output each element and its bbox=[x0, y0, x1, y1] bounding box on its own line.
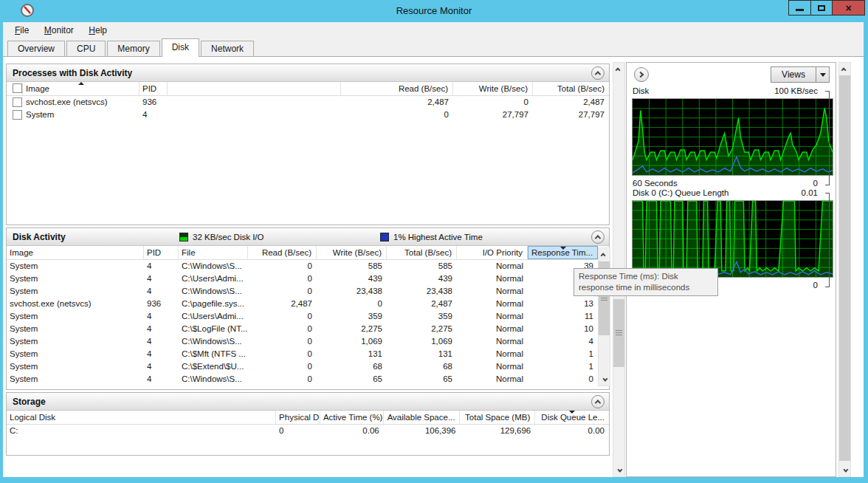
menu-file[interactable]: File bbox=[9, 22, 35, 38]
resource-monitor-window: Resource Monitor × File Monitor Help Ove… bbox=[0, 0, 868, 483]
tab-network[interactable]: Network bbox=[201, 41, 254, 56]
chevron-down-icon bbox=[820, 73, 826, 77]
scroll-up-button[interactable] bbox=[613, 63, 624, 75]
table-row[interactable]: C: 0 0.06 106,396 129,696 0.00 bbox=[7, 425, 609, 437]
table-row[interactable]: System4C:\Windows\S...06565Normal0 bbox=[7, 373, 609, 386]
scroll-down-button[interactable] bbox=[613, 465, 624, 476]
column-header-image[interactable]: Image bbox=[7, 246, 144, 259]
minimize-icon bbox=[796, 9, 804, 11]
scroll-up-button[interactable] bbox=[599, 248, 610, 260]
tab-strip: Overview CPU Memory Disk Network bbox=[3, 38, 864, 57]
chart-x-label: 60 Seconds bbox=[633, 179, 678, 188]
select-all-checkbox[interactable] bbox=[13, 83, 22, 93]
table-row[interactable]: System4C:\$LogFile (NT...02,2752,275Norm… bbox=[7, 323, 609, 335]
column-header-disk-queue[interactable]: Disk Queue Le... bbox=[535, 411, 609, 424]
chevron-up-icon bbox=[595, 235, 601, 241]
grip-icon bbox=[601, 298, 607, 298]
table-row[interactable]: System4C:\Users\Admi...0439439Normal bbox=[7, 273, 609, 285]
chevron-right-icon bbox=[638, 72, 644, 78]
table-row[interactable]: System4C:\Windows\S...023,43823,438Norma… bbox=[7, 285, 609, 298]
table-row[interactable]: System 4 0 27,797 27,797 bbox=[7, 109, 609, 121]
column-header-pid[interactable]: PID bbox=[144, 246, 179, 259]
views-dropdown-button[interactable] bbox=[816, 66, 830, 83]
scroll-down-button[interactable] bbox=[839, 465, 850, 476]
table-row[interactable]: System4C:\$Mft (NTFS ...0131131Normal1 bbox=[7, 348, 609, 360]
column-header-file[interactable]: File bbox=[179, 246, 248, 259]
menu-help[interactable]: Help bbox=[83, 22, 113, 38]
tab-overview[interactable]: Overview bbox=[7, 41, 65, 56]
views-button[interactable]: Views bbox=[771, 66, 830, 83]
scrollbar-thumb[interactable] bbox=[613, 299, 624, 367]
processes-panel: Processes with Disk Activity Image PID R… bbox=[6, 64, 610, 225]
column-header-available-space[interactable]: Available Space... bbox=[384, 411, 461, 424]
sort-descending-icon bbox=[560, 247, 566, 250]
close-button[interactable]: × bbox=[833, 0, 865, 16]
column-header-image[interactable]: Image bbox=[23, 82, 140, 95]
column-header-write[interactable]: Write (B/sec) bbox=[317, 246, 387, 259]
storage-panel: Storage Logical Disk Physical Disk Activ… bbox=[6, 392, 610, 456]
chart-scale-max: 0.01 bbox=[802, 188, 818, 197]
processes-table-header: Image PID Read (B/sec) Write (B/sec) Tot… bbox=[7, 82, 609, 96]
chart-title: Disk 0 (C:) Queue Length bbox=[633, 188, 728, 197]
processes-collapse-button[interactable] bbox=[591, 66, 604, 80]
titlebar: Resource Monitor × bbox=[0, 0, 868, 22]
disk-chart-labels: Disk 100 KB/sec bbox=[633, 86, 818, 98]
column-header-pid[interactable]: PID bbox=[140, 82, 168, 95]
column-header-io-priority[interactable]: I/O Priority bbox=[457, 246, 528, 259]
chart-scale-max: 100 KB/sec bbox=[774, 86, 818, 95]
disk-io-chart bbox=[632, 98, 833, 176]
storage-table-header: Logical Disk Physical Disk Active Time (… bbox=[7, 411, 609, 425]
column-header-logical-disk[interactable]: Logical Disk bbox=[7, 411, 276, 424]
table-row[interactable]: svchost.exe (netsvcs)936C:\pagefile.sys.… bbox=[7, 298, 609, 310]
scroll-up-button[interactable] bbox=[839, 63, 850, 75]
minimize-button[interactable] bbox=[788, 0, 810, 16]
table-row[interactable]: System4C:\Users\Admi...0359359Normal11 bbox=[7, 310, 609, 323]
menu-monitor[interactable]: Monitor bbox=[38, 22, 80, 38]
disk-queue-chart bbox=[632, 200, 833, 278]
sort-descending-icon bbox=[569, 411, 575, 414]
column-header-physical-disk[interactable]: Physical Disk bbox=[276, 411, 320, 424]
views-button-label[interactable]: Views bbox=[771, 66, 816, 83]
table-row[interactable]: System4C:\Windows\S...0585585Normal39 bbox=[7, 260, 609, 273]
table-row[interactable]: svchost.exe (netsvcs) 936 2,487 0 2,487 bbox=[7, 96, 609, 109]
table-row[interactable]: System4C:\$Extend\$U...06868Normal1 bbox=[7, 360, 609, 373]
queue-chart-labels: Disk 0 (C:) Queue Length 0.01 bbox=[633, 188, 818, 200]
expand-panel-button[interactable] bbox=[634, 67, 649, 82]
disk-activity-panel-header: Disk Activity 32 KB/sec Disk I/O 1% High… bbox=[7, 228, 609, 246]
column-header-read[interactable]: Read (B/sec) bbox=[341, 82, 453, 95]
maximize-button[interactable] bbox=[810, 0, 833, 16]
response-time-tooltip: Response Time (ms): Disk response time i… bbox=[574, 268, 718, 296]
column-header-total-space[interactable]: Total Space (MB) bbox=[460, 411, 535, 424]
disk-activity-collapse-button[interactable] bbox=[591, 230, 604, 244]
column-header-response-time[interactable]: Response Tim... bbox=[528, 246, 598, 259]
tab-cpu[interactable]: CPU bbox=[66, 41, 106, 56]
column-header-read[interactable]: Read (B/sec) bbox=[248, 246, 317, 259]
disk-activity-panel: Disk Activity 32 KB/sec Disk I/O 1% High… bbox=[6, 227, 610, 390]
column-header-total[interactable]: Total (B/sec) bbox=[533, 82, 609, 95]
table-row[interactable]: System4C:\Windows\S...01,0691,069Normal4 bbox=[7, 335, 609, 348]
select-all-column[interactable] bbox=[7, 82, 23, 95]
chevron-up-icon bbox=[595, 400, 601, 405]
storage-collapse-button[interactable] bbox=[591, 395, 604, 408]
column-header-total[interactable]: Total (B/sec) bbox=[387, 246, 457, 259]
tab-memory[interactable]: Memory bbox=[107, 41, 159, 56]
column-header-active-time[interactable]: Active Time (%) bbox=[320, 411, 384, 424]
maximize-icon bbox=[818, 5, 825, 11]
chevron-down-icon bbox=[602, 376, 607, 381]
processes-panel-header: Processes with Disk Activity bbox=[7, 64, 609, 82]
scrollbar-thumb[interactable] bbox=[839, 75, 850, 461]
row-checkbox[interactable] bbox=[13, 110, 22, 120]
scroll-down-button[interactable] bbox=[599, 374, 610, 386]
green-legend-icon bbox=[179, 233, 188, 242]
row-checkbox[interactable] bbox=[13, 97, 22, 107]
column-header-write[interactable]: Write (B/sec) bbox=[453, 82, 533, 95]
charts-panel-scrollbar[interactable] bbox=[838, 62, 851, 477]
close-icon: × bbox=[845, 3, 851, 13]
legend-active-time: 1% Highest Active Time bbox=[380, 228, 483, 246]
tab-disk[interactable]: Disk bbox=[162, 38, 199, 57]
storage-panel-title: Storage bbox=[13, 393, 46, 411]
window-title: Resource Monitor bbox=[0, 0, 868, 22]
disk-activity-rows: System4C:\Windows\S...0585585Normal39 Sy… bbox=[7, 260, 609, 386]
storage-panel-header: Storage bbox=[7, 393, 609, 411]
chevron-up-icon bbox=[616, 67, 621, 72]
